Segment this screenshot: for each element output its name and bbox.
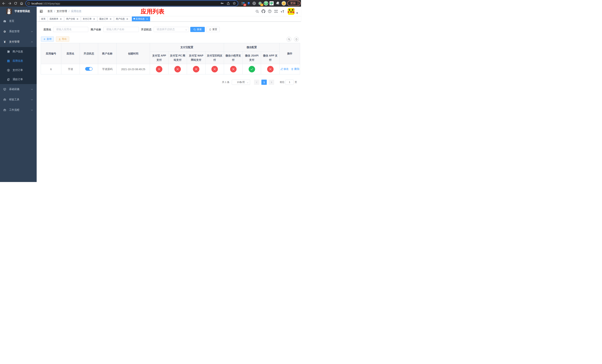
chevron-down-icon [185, 29, 187, 31]
browser-menu-kebab-icon[interactable] [298, 1, 298, 5]
prev-page-button[interactable] [254, 80, 259, 85]
status-enabled-icon [249, 66, 255, 72]
tag-flow-form[interactable]: 流程表单 [48, 16, 64, 21]
sidebar-item-pay[interactable]: ¥ 支付管理 [0, 37, 37, 47]
add-button[interactable]: 新增 [41, 36, 54, 42]
extensions-puzzle-icon[interactable] [275, 0, 281, 6]
close-icon[interactable] [109, 17, 112, 21]
tag-user-group[interactable]: 用户分组 [64, 16, 81, 21]
extension-badge: 1 [260, 4, 263, 6]
browser-update-button[interactable]: 更新 [287, 0, 301, 6]
extension-gem-icon[interactable] [246, 0, 251, 6]
profile-emoji-icon [281, 1, 286, 6]
extension-recorder-icon[interactable]: 1 [257, 0, 263, 6]
sidebar-logo[interactable]: 芋道管理系统 [0, 7, 37, 16]
close-icon[interactable] [126, 17, 129, 21]
edit-link[interactable]: 修改 [280, 67, 289, 71]
merchant-name-input[interactable]: 请输入商户名称 [103, 27, 139, 32]
tag-pay-order[interactable]: 支付订单 [81, 16, 97, 21]
tag-refund-order[interactable]: 退款订单 [97, 16, 114, 21]
browser-profile-avatar[interactable] [281, 0, 287, 6]
user-avatar[interactable] [288, 8, 298, 15]
next-page-button[interactable] [269, 80, 274, 85]
search-button[interactable]: 搜索 [190, 27, 205, 32]
breadcrumb-home[interactable]: 首页 [47, 10, 53, 13]
breadcrumb: 首页 / 支付管理 / 应用信息 [47, 7, 81, 16]
col-header-alipay-wap[interactable]: 支付宝 WAP 网站支付 [187, 52, 205, 64]
app-name-input[interactable]: 请输入应用名 [53, 27, 88, 32]
page-info-icon[interactable] [27, 2, 30, 5]
status-toggle[interactable] [85, 67, 93, 71]
status-select[interactable]: 请选择开启状态 [154, 27, 189, 32]
sidebar-item-flow[interactable]: 工作流程 [0, 105, 37, 115]
sidebar-item-merchant[interactable]: 商户信息 [0, 47, 37, 56]
close-icon[interactable] [59, 17, 62, 21]
browser-home-button[interactable] [19, 0, 24, 6]
table-row: 6 芋道 芋道源码 2021-10-23 08:49:25 修改 删除 [41, 64, 300, 75]
font-size-icon[interactable] [279, 7, 285, 16]
browser-reload-button[interactable] [13, 0, 19, 6]
bookmark-star-icon[interactable] [233, 1, 236, 5]
col-header-wx-mini[interactable]: 微信小程序支付 [224, 52, 243, 64]
page-number-1[interactable]: 1 [261, 80, 267, 85]
close-icon[interactable] [93, 17, 96, 21]
password-key-icon[interactable] [220, 1, 224, 5]
col-header-merchant[interactable]: 商户名称 [98, 43, 117, 64]
sidebar-item-infra[interactable]: 基础设施 [0, 84, 37, 95]
refresh-button[interactable] [294, 37, 299, 42]
col-header-wx-jsapi[interactable]: 微信 JSAPI 支付 [243, 52, 261, 64]
share-icon[interactable] [226, 2, 230, 5]
col-group-alipay: 支付宝配置 [150, 43, 224, 52]
extension-blocker-icon[interactable]: 10 [240, 0, 246, 6]
goto-page-input[interactable]: 1 [285, 80, 294, 85]
reset-button[interactable]: 重置 [206, 27, 220, 32]
table-icon [7, 60, 10, 62]
close-icon[interactable] [146, 17, 149, 21]
extension-vue-devtools-icon[interactable] [263, 0, 269, 6]
delete-link[interactable]: 删除 [291, 67, 299, 71]
toggle-search-button[interactable] [287, 37, 291, 42]
fullscreen-icon[interactable] [273, 7, 279, 16]
col-header-wx-app[interactable]: 微信 APP 支付 [261, 52, 280, 64]
tag-app-info[interactable]: 应用信息 [132, 16, 150, 21]
col-header-alipay-app[interactable]: 支付宝 APP 支付 [150, 52, 168, 64]
status-disabled-icon [230, 66, 236, 72]
col-header-name[interactable]: 应用名 [61, 43, 80, 64]
sidebar-item-order[interactable]: 支付订单 [0, 65, 37, 75]
header-search-icon[interactable] [254, 7, 260, 16]
sidebar-item-app[interactable]: 应用信息 [0, 56, 37, 65]
address-bar[interactable]: localhost:1024/pay/app [26, 0, 238, 6]
caret-down-icon [296, 13, 298, 15]
puzzle-icon [276, 1, 280, 5]
app-title: 芋道管理系统 [14, 10, 30, 13]
tag-merchant[interactable]: 商户信息 [114, 16, 130, 21]
sidebar-item-system[interactable]: 系统管理 [0, 26, 37, 37]
toggle-knob [89, 67, 92, 70]
browser-back-button[interactable] [1, 0, 7, 6]
sidebar-item-dev[interactable]: 研发工具 [0, 95, 37, 105]
col-header-id[interactable]: 应用编号 [41, 43, 61, 64]
close-icon[interactable] [76, 17, 79, 21]
extension-chat-icon[interactable] [269, 0, 274, 6]
sidebar-item-label: 应用信息 [13, 59, 23, 63]
browser-forward-button[interactable] [7, 0, 13, 6]
sidebar-item-refund[interactable]: 退款订单 [0, 75, 37, 84]
export-button[interactable]: 导出 [56, 36, 69, 42]
col-header-created[interactable]: 创建时间 [117, 43, 150, 64]
logo-rabbit-image [6, 8, 12, 14]
col-header-status[interactable]: 开启状态 [80, 43, 98, 64]
col-header-alipay-qr[interactable]: 支付宝扫码支付 [205, 52, 224, 64]
page-size-select[interactable]: 10条/页 [232, 80, 250, 85]
col-header-alipay-pc[interactable]: 支付宝 PC 网站支付 [168, 52, 187, 64]
tag-home[interactable]: 首页 [39, 16, 47, 21]
url-text[interactable]: localhost:1024/pay/app [32, 2, 60, 5]
help-icon[interactable] [267, 7, 273, 16]
breadcrumb-section[interactable]: 支付管理 [57, 10, 67, 13]
sidebar-collapse-icon[interactable] [40, 10, 43, 13]
sidebar-item-home[interactable]: 首页 [0, 16, 37, 26]
chevron-down-icon [247, 82, 249, 84]
extension-command-icon[interactable] [251, 0, 257, 6]
search-icon [194, 28, 196, 31]
github-icon[interactable] [260, 7, 267, 16]
cell-status [80, 64, 98, 75]
